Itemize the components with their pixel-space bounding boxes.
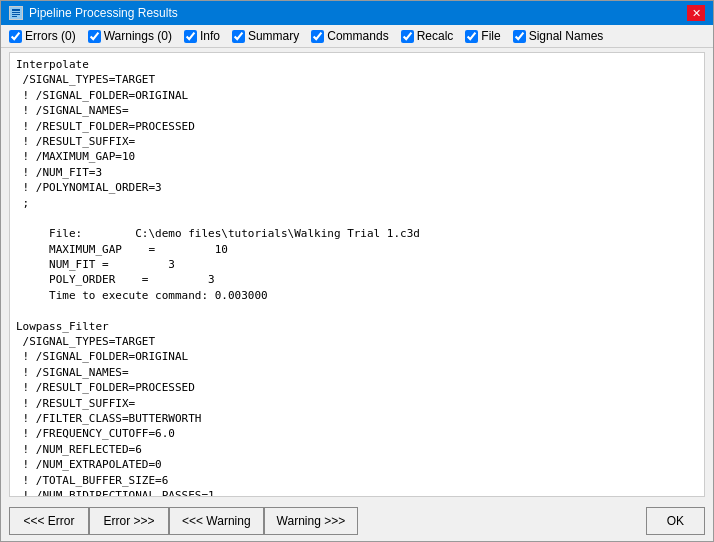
label-info: Info [200, 29, 220, 43]
window-title: Pipeline Processing Results [29, 6, 178, 20]
checkbox-signal_names[interactable] [513, 30, 526, 43]
label-commands: Commands [327, 29, 388, 43]
toolbar-item-errors[interactable]: Errors (0) [9, 29, 76, 43]
title-bar: Pipeline Processing Results ✕ [1, 1, 713, 25]
ok-button[interactable]: OK [646, 507, 705, 535]
label-warnings: Warnings (0) [104, 29, 172, 43]
checkbox-warnings[interactable] [88, 30, 101, 43]
svg-rect-2 [12, 12, 20, 13]
footer-navigation: <<< Error Error >>> <<< Warning Warning … [9, 507, 358, 535]
main-window: Pipeline Processing Results ✕ Errors (0)… [0, 0, 714, 542]
checkbox-file[interactable] [465, 30, 478, 43]
toolbar-item-summary[interactable]: Summary [232, 29, 299, 43]
label-summary: Summary [248, 29, 299, 43]
error-next-button[interactable]: Error >>> [89, 507, 169, 535]
toolbar-item-recalc[interactable]: Recalc [401, 29, 454, 43]
checkbox-recalc[interactable] [401, 30, 414, 43]
label-recalc: Recalc [417, 29, 454, 43]
toolbar: Errors (0)Warnings (0)InfoSummaryCommand… [1, 25, 713, 48]
close-button[interactable]: ✕ [687, 5, 705, 21]
footer-ok: OK [646, 507, 705, 535]
label-file: File [481, 29, 500, 43]
svg-rect-3 [12, 14, 20, 15]
warning-next-button[interactable]: Warning >>> [264, 507, 359, 535]
checkbox-info[interactable] [184, 30, 197, 43]
checkbox-summary[interactable] [232, 30, 245, 43]
warning-prev-button[interactable]: <<< Warning [169, 507, 264, 535]
svg-rect-4 [12, 16, 17, 17]
toolbar-item-commands[interactable]: Commands [311, 29, 388, 43]
toolbar-item-warnings[interactable]: Warnings (0) [88, 29, 172, 43]
toolbar-item-signal_names[interactable]: Signal Names [513, 29, 604, 43]
label-signal_names: Signal Names [529, 29, 604, 43]
content-area[interactable]: Interpolate /SIGNAL_TYPES=TARGET ! /SIGN… [9, 52, 705, 497]
error-prev-button[interactable]: <<< Error [9, 507, 89, 535]
checkbox-commands[interactable] [311, 30, 324, 43]
footer: <<< Error Error >>> <<< Warning Warning … [1, 501, 713, 541]
window-icon [9, 6, 23, 20]
title-bar-left: Pipeline Processing Results [9, 6, 178, 20]
toolbar-item-info[interactable]: Info [184, 29, 220, 43]
label-errors: Errors (0) [25, 29, 76, 43]
toolbar-item-file[interactable]: File [465, 29, 500, 43]
svg-rect-1 [12, 9, 20, 11]
checkbox-errors[interactable] [9, 30, 22, 43]
